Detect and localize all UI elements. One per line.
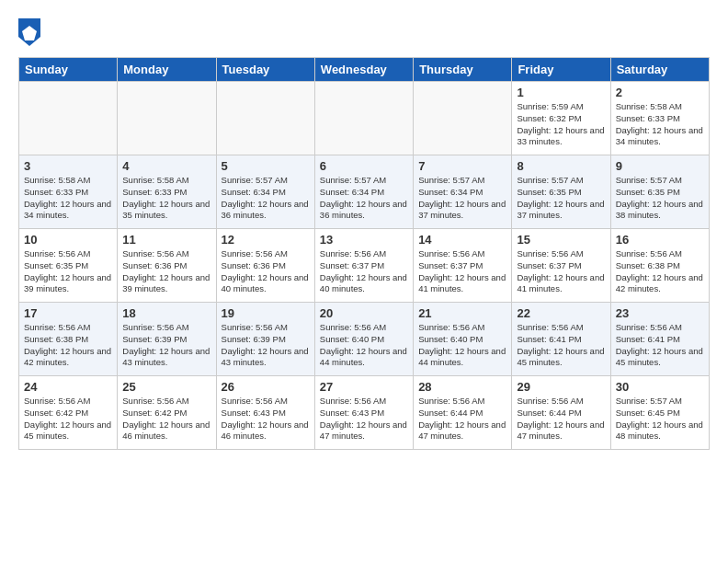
day-number: 27	[320, 380, 408, 394]
day-detail: Sunrise: 5:57 AM Sunset: 6:35 PM Dayligh…	[616, 175, 704, 222]
calendar-cell: 17Sunrise: 5:56 AM Sunset: 6:38 PM Dayli…	[19, 303, 118, 376]
day-detail: Sunrise: 5:57 AM Sunset: 6:45 PM Dayligh…	[616, 396, 704, 442]
day-detail: Sunrise: 5:56 AM Sunset: 6:41 PM Dayligh…	[616, 322, 704, 369]
day-detail: Sunrise: 5:56 AM Sunset: 6:37 PM Dayligh…	[418, 248, 506, 295]
calendar-cell: 29Sunrise: 5:56 AM Sunset: 6:44 PM Dayli…	[512, 376, 610, 450]
day-number: 15	[517, 233, 605, 247]
calendar-cell: 4Sunrise: 5:58 AM Sunset: 6:33 PM Daylig…	[118, 155, 216, 229]
day-number: 28	[418, 380, 506, 394]
calendar-header-saturday: Saturday	[610, 58, 709, 82]
calendar-cell	[314, 82, 413, 155]
calendar-cell: 25Sunrise: 5:56 AM Sunset: 6:42 PM Dayli…	[118, 376, 216, 450]
calendar-week-row: 3Sunrise: 5:58 AM Sunset: 6:33 PM Daylig…	[19, 155, 710, 229]
day-detail: Sunrise: 5:57 AM Sunset: 6:34 PM Dayligh…	[222, 175, 310, 222]
calendar-cell: 20Sunrise: 5:56 AM Sunset: 6:40 PM Dayli…	[314, 303, 413, 376]
calendar-cell: 16Sunrise: 5:56 AM Sunset: 6:38 PM Dayli…	[610, 229, 709, 303]
day-detail: Sunrise: 5:56 AM Sunset: 6:36 PM Dayligh…	[222, 248, 310, 295]
calendar-header-monday: Monday	[118, 58, 216, 82]
day-number: 11	[122, 233, 210, 247]
day-number: 16	[616, 233, 704, 247]
calendar-week-row: 17Sunrise: 5:56 AM Sunset: 6:38 PM Dayli…	[19, 303, 710, 376]
day-number: 14	[418, 233, 506, 247]
day-number: 8	[517, 159, 605, 173]
day-detail: Sunrise: 5:56 AM Sunset: 6:43 PM Dayligh…	[222, 396, 310, 442]
calendar-cell: 22Sunrise: 5:56 AM Sunset: 6:41 PM Dayli…	[512, 303, 610, 376]
calendar-cell	[118, 82, 216, 155]
calendar-cell: 21Sunrise: 5:56 AM Sunset: 6:40 PM Dayli…	[414, 303, 512, 376]
day-detail: Sunrise: 5:57 AM Sunset: 6:34 PM Dayligh…	[418, 175, 506, 222]
calendar-cell	[216, 82, 314, 155]
day-number: 4	[122, 159, 210, 173]
calendar-cell: 8Sunrise: 5:57 AM Sunset: 6:35 PM Daylig…	[512, 155, 610, 229]
day-detail: Sunrise: 5:56 AM Sunset: 6:39 PM Dayligh…	[122, 322, 210, 369]
day-detail: Sunrise: 5:56 AM Sunset: 6:42 PM Dayligh…	[24, 396, 112, 442]
page: SundayMondayTuesdayWednesdayThursdayFrid…	[0, 0, 728, 465]
calendar-cell: 7Sunrise: 5:57 AM Sunset: 6:34 PM Daylig…	[414, 155, 512, 229]
day-detail: Sunrise: 5:56 AM Sunset: 6:37 PM Dayligh…	[320, 248, 408, 295]
calendar-cell: 15Sunrise: 5:56 AM Sunset: 6:37 PM Dayli…	[512, 229, 610, 303]
day-number: 21	[418, 306, 506, 320]
calendar-header-sunday: Sunday	[19, 58, 118, 82]
calendar-header-row: SundayMondayTuesdayWednesdayThursdayFrid…	[19, 58, 710, 82]
day-number: 12	[222, 233, 310, 247]
calendar-cell: 30Sunrise: 5:57 AM Sunset: 6:45 PM Dayli…	[610, 376, 709, 450]
day-detail: Sunrise: 5:56 AM Sunset: 6:44 PM Dayligh…	[418, 396, 506, 442]
day-detail: Sunrise: 5:57 AM Sunset: 6:35 PM Dayligh…	[517, 175, 605, 222]
calendar-cell	[414, 82, 512, 155]
day-detail: Sunrise: 5:56 AM Sunset: 6:38 PM Dayligh…	[616, 248, 704, 295]
calendar-header-wednesday: Wednesday	[314, 58, 413, 82]
day-detail: Sunrise: 5:56 AM Sunset: 6:41 PM Dayligh…	[517, 322, 605, 369]
day-number: 19	[222, 306, 310, 320]
day-detail: Sunrise: 5:56 AM Sunset: 6:40 PM Dayligh…	[320, 322, 408, 369]
day-detail: Sunrise: 5:59 AM Sunset: 6:32 PM Dayligh…	[517, 101, 605, 148]
day-number: 13	[320, 233, 408, 247]
calendar-header-thursday: Thursday	[414, 58, 512, 82]
day-detail: Sunrise: 5:58 AM Sunset: 6:33 PM Dayligh…	[616, 101, 704, 148]
day-number: 9	[616, 159, 704, 173]
calendar-cell: 19Sunrise: 5:56 AM Sunset: 6:39 PM Dayli…	[216, 303, 314, 376]
day-detail: Sunrise: 5:56 AM Sunset: 6:37 PM Dayligh…	[517, 248, 605, 295]
day-number: 7	[418, 159, 506, 173]
calendar-header-friday: Friday	[512, 58, 610, 82]
calendar-cell: 6Sunrise: 5:57 AM Sunset: 6:34 PM Daylig…	[314, 155, 413, 229]
calendar-cell: 9Sunrise: 5:57 AM Sunset: 6:35 PM Daylig…	[610, 155, 709, 229]
day-detail: Sunrise: 5:56 AM Sunset: 6:36 PM Dayligh…	[122, 248, 210, 295]
day-number: 23	[616, 306, 704, 320]
calendar-cell: 14Sunrise: 5:56 AM Sunset: 6:37 PM Dayli…	[414, 229, 512, 303]
day-number: 2	[616, 86, 704, 99]
header	[18, 15, 710, 46]
logo	[18, 18, 42, 46]
calendar-cell: 2Sunrise: 5:58 AM Sunset: 6:33 PM Daylig…	[610, 82, 709, 155]
calendar-cell: 10Sunrise: 5:56 AM Sunset: 6:35 PM Dayli…	[19, 229, 118, 303]
day-number: 1	[517, 86, 605, 99]
day-detail: Sunrise: 5:58 AM Sunset: 6:33 PM Dayligh…	[24, 175, 112, 222]
day-detail: Sunrise: 5:57 AM Sunset: 6:34 PM Dayligh…	[320, 175, 408, 222]
day-number: 6	[320, 159, 408, 173]
logo-icon	[18, 18, 40, 46]
day-detail: Sunrise: 5:56 AM Sunset: 6:40 PM Dayligh…	[418, 322, 506, 369]
calendar-cell: 12Sunrise: 5:56 AM Sunset: 6:36 PM Dayli…	[216, 229, 314, 303]
day-number: 25	[122, 380, 210, 394]
day-number: 24	[24, 380, 112, 394]
calendar-cell: 3Sunrise: 5:58 AM Sunset: 6:33 PM Daylig…	[19, 155, 118, 229]
calendar-cell: 24Sunrise: 5:56 AM Sunset: 6:42 PM Dayli…	[19, 376, 118, 450]
calendar-cell: 28Sunrise: 5:56 AM Sunset: 6:44 PM Dayli…	[414, 376, 512, 450]
day-detail: Sunrise: 5:56 AM Sunset: 6:39 PM Dayligh…	[222, 322, 310, 369]
day-detail: Sunrise: 5:56 AM Sunset: 6:38 PM Dayligh…	[24, 322, 112, 369]
day-number: 17	[24, 306, 112, 320]
day-number: 5	[222, 159, 310, 173]
day-number: 30	[616, 380, 704, 394]
calendar-header-tuesday: Tuesday	[216, 58, 314, 82]
day-number: 10	[24, 233, 112, 247]
calendar-week-row: 10Sunrise: 5:56 AM Sunset: 6:35 PM Dayli…	[19, 229, 710, 303]
calendar-cell: 23Sunrise: 5:56 AM Sunset: 6:41 PM Dayli…	[610, 303, 709, 376]
day-detail: Sunrise: 5:56 AM Sunset: 6:35 PM Dayligh…	[24, 248, 112, 295]
day-detail: Sunrise: 5:58 AM Sunset: 6:33 PM Dayligh…	[122, 175, 210, 222]
day-detail: Sunrise: 5:56 AM Sunset: 6:44 PM Dayligh…	[517, 396, 605, 442]
calendar-week-row: 1Sunrise: 5:59 AM Sunset: 6:32 PM Daylig…	[19, 82, 710, 155]
day-number: 18	[122, 306, 210, 320]
calendar-cell: 18Sunrise: 5:56 AM Sunset: 6:39 PM Dayli…	[118, 303, 216, 376]
day-number: 22	[517, 306, 605, 320]
calendar-cell: 5Sunrise: 5:57 AM Sunset: 6:34 PM Daylig…	[216, 155, 314, 229]
calendar-cell: 11Sunrise: 5:56 AM Sunset: 6:36 PM Dayli…	[118, 229, 216, 303]
